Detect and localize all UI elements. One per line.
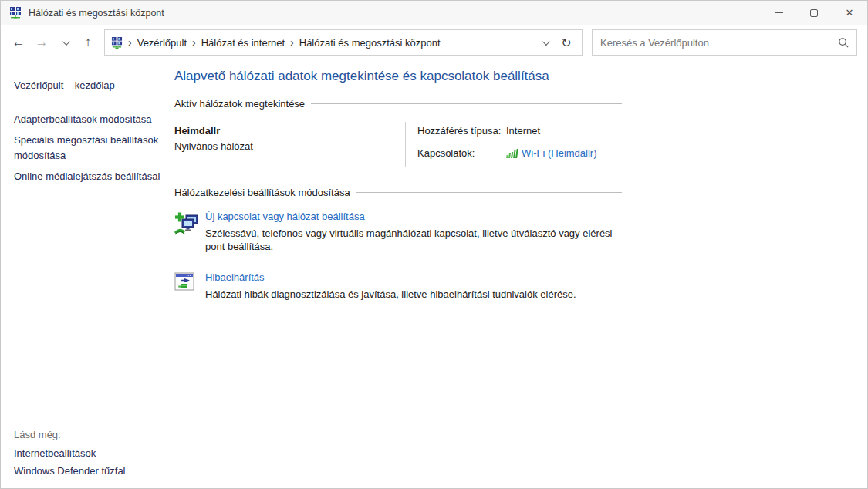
recent-pages-dropdown[interactable] [53,31,76,54]
task-pane: Vezérlőpult – kezdőlap Adapterbeállításo… [14,78,162,190]
access-type-value: Internet [506,125,597,137]
content-area: Vezérlőpult – kezdőlap Adapterbeállításo… [1,59,867,488]
network-type: Nyilvános hálózat [174,140,405,152]
network-name: Heimdallr [174,125,405,137]
maximize-button[interactable] [796,1,832,25]
page-title: Alapvető hálózati adatok megtekintése és… [174,67,622,86]
troubleshoot-link[interactable]: Hibaelhárítás [205,271,576,283]
troubleshoot-description: Hálózati hibák diagnosztizálása és javít… [205,288,576,301]
breadcrumb-separator: › [290,36,294,49]
troubleshoot-icon [174,272,195,293]
task-troubleshoot: Hibaelhárítás Hálózati hibák diagnosztiz… [174,271,622,301]
minimize-icon [775,12,783,13]
sidebar-item-internet-options[interactable]: Internetbeállítások [14,446,126,461]
breadcrumb-separator: › [192,36,196,49]
search-input[interactable] [600,37,838,49]
maximize-icon [810,9,818,17]
window-title: Hálózati és megosztási központ [29,8,761,19]
sidebar-item-windows-defender-firewall[interactable]: Windows Defender tűzfal [14,464,126,479]
chevron-down-icon [542,38,549,46]
main-pane: Alapvető hálózati adatok megtekintése és… [174,67,622,301]
network-settings-header: Hálózatkezelési beállítások módosítása [174,187,622,198]
address-dropdown-button[interactable] [534,32,556,53]
breadcrumb-network-sharing-center[interactable]: Hálózati és megosztási központ [299,37,441,49]
new-connection-description: Szélessávú, telefonos vagy virtuális mag… [205,227,622,253]
navigation-toolbar: ← → ↑ › Vezérlőpult › Hálózat és interne… [1,25,867,59]
see-also-header: Lásd még: [14,427,126,443]
sidebar-item-control-panel-home[interactable]: Vezérlőpult – kezdőlap [14,78,162,93]
see-also-section: Lásd még: Internetbeállítások Windows De… [14,427,126,481]
breadcrumb-network-internet[interactable]: Hálózat és internet [201,37,285,49]
minimize-button[interactable] [761,1,796,25]
search-box[interactable] [592,29,857,56]
back-button[interactable]: ← [7,31,30,54]
address-bar[interactable]: › Vezérlőpult › Hálózat és internet › Há… [104,29,583,56]
connections-label: Kapcsolatok: [417,147,506,159]
sidebar-item-media-streaming-options[interactable]: Online médialejátszás beállításai [14,169,162,184]
close-icon: ✕ [846,7,854,19]
wifi-signal-icon [505,148,519,158]
new-connection-icon [174,211,200,237]
section-rule [356,192,622,193]
new-connection-link[interactable]: Új kapcsolat vagy hálózat beállítása [205,211,622,222]
search-icon [838,37,849,49]
active-networks-header: Aktív hálózatok megtekintése [174,98,622,110]
close-button[interactable]: ✕ [832,1,867,25]
sidebar-item-advanced-sharing-settings[interactable]: Speciális megosztási beállítások módosít… [14,133,162,164]
breadcrumb-separator: › [128,36,132,49]
task-new-connection: Új kapcsolat vagy hálózat beállítása Szé… [174,211,622,253]
sidebar-item-change-adapter-settings[interactable]: Adapterbeállítások módosítása [14,112,162,127]
network-icon [9,7,22,19]
up-button[interactable]: ↑ [76,31,100,54]
breadcrumb-control-panel[interactable]: Vezérlőpult [137,37,187,49]
wifi-connection-link[interactable]: Wi-Fi (Heimdallr) [522,147,597,159]
section-rule [311,103,622,104]
settings-section: Hálózatkezelési beállítások módosítása [174,187,622,301]
title-bar[interactable]: Hálózati és megosztási központ ✕ [1,1,867,25]
active-network-row: Heimdallr Nyilvános hálózat Hozzáférés t… [174,122,622,167]
forward-button[interactable]: → [30,31,53,54]
refresh-icon: ↻ [561,35,571,50]
chevron-down-icon [62,38,69,46]
network-sharing-center-window: Hálózati és megosztási központ ✕ ← → ↑ ›… [0,0,868,489]
section-header-label: Aktív hálózatok megtekintése [174,98,311,110]
refresh-button[interactable]: ↻ [556,32,577,53]
network-icon [111,37,123,49]
section-header-label: Hálózatkezelési beállítások módosítása [174,187,356,198]
access-type-label: Hozzáférés típusa: [417,125,506,137]
